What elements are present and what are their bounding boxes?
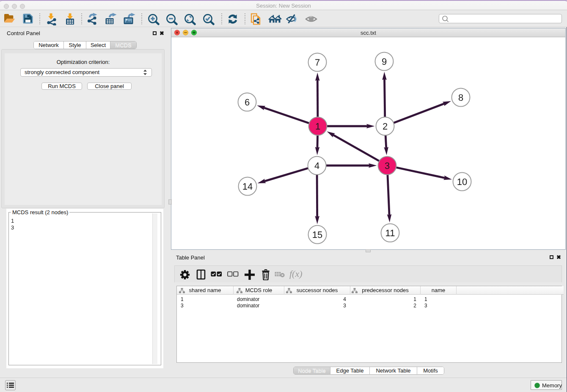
svg-text:1: 1 [315,121,320,132]
svg-text:8: 8 [458,92,463,103]
svg-text:10: 10 [457,177,467,187]
svg-text:15: 15 [312,229,322,240]
svg-text:7: 7 [315,57,320,68]
svg-text:14: 14 [242,181,253,192]
svg-text:9: 9 [382,56,387,67]
svg-text:2: 2 [383,121,388,132]
svg-text:4: 4 [314,160,319,171]
svg-text:6: 6 [245,97,250,108]
svg-text:11: 11 [385,228,395,238]
svg-text:3: 3 [385,160,390,171]
